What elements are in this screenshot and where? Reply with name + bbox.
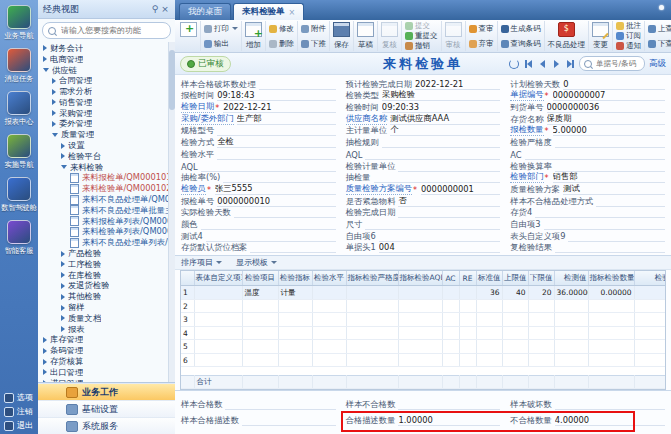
grid-cell[interactable] — [398, 340, 442, 354]
toolbar-button-通知[interactable]: 通知 — [615, 41, 642, 51]
grid-cell[interactable] — [554, 326, 588, 340]
prev-record-icon[interactable] — [537, 59, 547, 69]
field-value[interactable]: 004 — [379, 242, 501, 253]
field-label[interactable]: 质量检验方案编号 — [346, 183, 412, 195]
tree-item[interactable]: 委外管理 — [38, 119, 175, 130]
field-value[interactable]: 全检 — [217, 136, 335, 148]
grid-cell[interactable]: 5 — [181, 340, 194, 354]
grid-cell[interactable] — [242, 326, 278, 340]
grid-cell[interactable] — [398, 313, 442, 327]
toolbar-button-草稿[interactable]: 草稿 — [356, 21, 375, 51]
field-value[interactable]: 0000000010 — [217, 196, 335, 207]
tree-item[interactable]: 来料报检单/QM000101 — [38, 173, 175, 184]
grid-cell[interactable] — [459, 340, 476, 354]
grid-cell[interactable] — [398, 353, 442, 367]
field-label[interactable]: 报检数量 — [510, 124, 543, 136]
grid-cell[interactable] — [312, 340, 346, 354]
field-value[interactable] — [555, 252, 665, 253]
field-value[interactable]: 测试 — [563, 183, 665, 195]
grid-cell[interactable] — [346, 353, 398, 367]
grid-cell[interactable] — [346, 313, 398, 327]
grid-cell[interactable] — [312, 313, 346, 327]
field-value[interactable] — [568, 241, 665, 242]
grid-cell[interactable] — [528, 340, 554, 354]
sidebar-item-smart-service[interactable]: 智能客服 — [0, 220, 38, 256]
tree-item[interactable]: 留样 — [38, 302, 175, 313]
field-value[interactable] — [382, 147, 500, 148]
bill-search-input[interactable] — [594, 58, 640, 69]
grid-cell[interactable]: 2 — [181, 299, 194, 313]
field-value[interactable] — [201, 229, 336, 230]
grid-cell[interactable] — [194, 313, 242, 327]
grid-cell[interactable]: 40 — [502, 286, 528, 300]
grid-cell[interactable]: 3 — [181, 313, 194, 327]
field-label[interactable]: 检验日期 — [181, 101, 214, 113]
field-value[interactable] — [234, 217, 336, 218]
tree-item[interactable]: 产品检验 — [38, 248, 175, 259]
field-label[interactable]: 采购/委外部门 — [181, 113, 234, 125]
toolbar-button-下推[interactable]: 下推 — [300, 39, 327, 49]
tree-item[interactable]: 出口管理 — [38, 367, 175, 378]
field-value[interactable]: 销售部 — [553, 171, 665, 183]
toolbar-button-提交[interactable]: 提交 — [404, 21, 439, 31]
exit-button[interactable]: 退出 — [4, 420, 38, 431]
tab-来料检验单[interactable]: 来料检验单× — [233, 3, 304, 20]
display-template-dropdown[interactable]: 显示模板 — [236, 257, 277, 268]
grid-cell[interactable] — [502, 326, 528, 340]
grid-cell[interactable] — [502, 353, 528, 367]
field-label[interactable]: 检验部门 — [510, 171, 543, 183]
grid-cell[interactable] — [634, 326, 666, 340]
tree-item[interactable]: 质量管理 — [38, 129, 175, 140]
toolbar-button-弃审[interactable]: 弃审 — [468, 39, 495, 49]
grid-cell[interactable] — [528, 299, 554, 313]
grid-cell[interactable] — [194, 299, 242, 313]
grid-cell[interactable] — [442, 340, 459, 354]
grid-cell[interactable] — [346, 326, 398, 340]
field-value[interactable] — [201, 171, 336, 172]
grid-cell[interactable] — [346, 340, 398, 354]
toolbar-button-修改[interactable]: 修改 — [268, 24, 295, 34]
tree-item[interactable]: 在库检验 — [38, 270, 175, 281]
grid-cell[interactable] — [242, 340, 278, 354]
grid-cell[interactable] — [312, 286, 346, 300]
grid-cell[interactable] — [554, 353, 588, 367]
field-value[interactable] — [242, 425, 336, 426]
grid-cell[interactable] — [278, 326, 312, 340]
field-value[interactable]: 5.00000 — [553, 125, 665, 136]
grid-cell[interactable] — [459, 286, 476, 300]
table-row[interactable]: 2 — [181, 299, 666, 313]
grid-cell[interactable] — [442, 313, 459, 327]
grid-cell[interactable] — [398, 286, 442, 300]
grid-cell[interactable] — [502, 313, 528, 327]
tree-item[interactable]: 质量文档 — [38, 313, 175, 324]
tree-item[interactable]: 设置 — [38, 140, 175, 151]
grid-cell[interactable] — [634, 299, 666, 313]
grid-cell[interactable] — [194, 353, 242, 367]
grid-cell[interactable] — [312, 353, 346, 367]
nav-search-input[interactable] — [59, 25, 165, 36]
tree-item[interactable]: 来料不良品处理单/QM000103 — [38, 194, 175, 205]
toolbar-button-批注[interactable]: 批注 — [615, 21, 642, 31]
bill-search-box[interactable] — [579, 56, 645, 71]
field-value[interactable] — [398, 171, 500, 172]
grid-cell[interactable] — [278, 353, 312, 367]
grid-cell[interactable] — [554, 313, 588, 327]
sort-dropdown[interactable]: 排序项目 — [181, 257, 222, 268]
table-row[interactable]: 3 — [181, 313, 666, 327]
tree-item[interactable]: 检验平台 — [38, 151, 175, 162]
grid-cell[interactable] — [528, 326, 554, 340]
field-value[interactable]: 2022-12-21 — [415, 79, 500, 90]
toolbar-button-保存[interactable]: 保存 — [332, 21, 351, 51]
field-value[interactable]: 1.00000 — [398, 415, 500, 426]
nav-search[interactable] — [42, 22, 171, 39]
field-value[interactable] — [365, 229, 500, 230]
toolbar-button-订阅[interactable]: 订阅 — [615, 31, 642, 41]
close-icon[interactable]: × — [160, 4, 170, 14]
field-value[interactable]: 0000000001 — [421, 184, 500, 195]
toolbar-button-重提交[interactable]: 重提交 — [404, 31, 439, 41]
tree-item[interactable]: 销售管理 — [38, 97, 175, 108]
tree-item[interactable]: 其他检验 — [38, 291, 175, 302]
tree-item[interactable]: 库存管理 — [38, 335, 175, 346]
field-value[interactable]: 保质期 — [547, 113, 665, 125]
tree-item[interactable]: 工序检验 — [38, 259, 175, 270]
